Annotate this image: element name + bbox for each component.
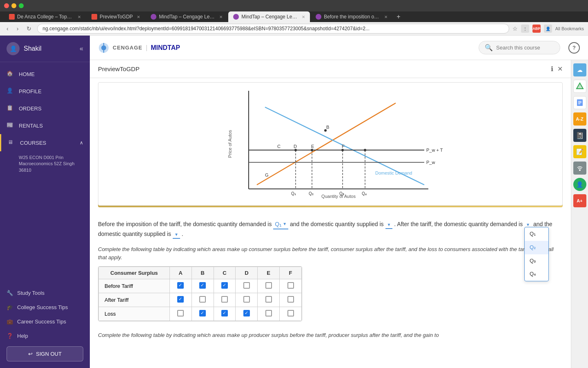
extensions-icon[interactable]: ⋮ [521, 25, 529, 33]
cell-after-d[interactable] [236, 293, 258, 307]
checkbox-loss-e[interactable] [265, 310, 272, 316]
cell-after-e[interactable] [258, 293, 280, 307]
dropdown-menu-open[interactable]: Q₁ Q₂ Q₃ Q₄ [524, 227, 549, 281]
sidebar-item-rentals[interactable]: 📰 RENTALS [0, 117, 90, 134]
forward-button[interactable]: › [14, 25, 21, 33]
google-docs-icon[interactable] [573, 96, 586, 109]
cell-loss-f[interactable] [280, 307, 302, 321]
new-tab-button[interactable]: + [393, 11, 403, 22]
checkbox-before-f[interactable] [287, 282, 294, 289]
cell-loss-c[interactable] [214, 307, 236, 321]
panel-info-button[interactable]: ℹ [551, 65, 553, 73]
checkbox-before-d[interactable] [243, 282, 250, 289]
cell-loss-d[interactable] [236, 307, 258, 321]
minimize-window-button[interactable] [11, 3, 16, 8]
az-dictionary-icon[interactable]: A-Z [573, 112, 586, 126]
sidebar-item-study-tools[interactable]: 🔧 Study Tools [7, 286, 83, 300]
cell-after-b[interactable] [192, 293, 214, 307]
user-profile-icon[interactable]: 👤 [573, 178, 586, 191]
career-tips-label: Career Success Tips [17, 319, 66, 325]
checkbox-loss-a[interactable] [177, 310, 184, 316]
checkbox-after-e[interactable] [265, 296, 272, 303]
content-panel: PreviewToGDP ℹ ✕ Price of A [90, 60, 588, 368]
sidebar-item-orders[interactable]: 📋 ORDERS [0, 100, 90, 117]
notes-icon[interactable]: 📝 [573, 145, 586, 158]
browser-tab-2[interactable]: PreviewToGDP ✕ [87, 11, 145, 22]
checkbox-after-c[interactable] [221, 296, 228, 303]
abp-icon[interactable]: ABP [532, 25, 541, 33]
wifi-signal-icon[interactable] [573, 162, 586, 175]
q1-dropdown-4[interactable]: ▼ [173, 231, 180, 239]
sidebar-item-courses[interactable]: 🖥 COURSES ∧ [0, 134, 90, 151]
cell-after-c[interactable] [214, 293, 236, 307]
bookmark-star-icon[interactable]: ☆ [512, 25, 518, 32]
sidebar-home-label: HOME [19, 71, 35, 77]
tab-close-1[interactable]: ✕ [78, 15, 81, 19]
cell-loss-e[interactable] [258, 307, 280, 321]
cell-before-a[interactable] [169, 279, 192, 293]
tab-close-4[interactable]: ✕ [302, 15, 305, 19]
table-body: Before Tariff [99, 279, 302, 321]
panel-close-button[interactable]: ✕ [557, 65, 563, 73]
sidebar-item-career-tips[interactable]: 💼 Career Success Tips [7, 314, 83, 329]
browser-tab-5[interactable]: Before the imposition of the t... ✕ [311, 11, 392, 22]
tab-title-1: De Anza College – Tops in Tra... [17, 14, 74, 20]
home-icon: 🏠 [7, 70, 14, 78]
help-button[interactable]: ? [568, 42, 580, 54]
search-input[interactable] [496, 45, 554, 51]
cell-before-d[interactable] [236, 279, 258, 293]
address-bar[interactable] [37, 24, 509, 34]
cell-loss-b[interactable] [192, 307, 214, 321]
q1-dropdown-2[interactable]: ▼ [385, 222, 393, 229]
checkbox-after-a[interactable] [177, 296, 184, 303]
sidebar-item-home[interactable]: 🏠 HOME [0, 65, 90, 83]
cloud-storage-icon[interactable]: ☁ [573, 63, 586, 76]
sidebar-collapse-button[interactable]: « [80, 45, 83, 52]
font-size-icon[interactable]: A+ [573, 194, 586, 207]
tab-close-2[interactable]: ✕ [137, 15, 140, 19]
dropdown-option-q3[interactable]: Q₃ [525, 254, 548, 268]
sidebar-item-profile[interactable]: 👤 PROFILE [0, 83, 90, 100]
dropdown-option-q4[interactable]: Q₄ [525, 267, 548, 281]
cell-before-b[interactable] [192, 279, 214, 293]
checkbox-before-b[interactable] [199, 282, 206, 289]
cell-after-a[interactable] [169, 293, 192, 307]
tab-close-3[interactable]: ✕ [219, 15, 223, 19]
back-button[interactable]: ‹ [4, 25, 11, 33]
checkbox-after-f[interactable] [287, 296, 294, 303]
question1-text: Before the imposition of the tariff, the… [98, 220, 563, 239]
checkbox-before-a[interactable] [177, 282, 184, 289]
checkbox-after-d[interactable] [243, 296, 250, 303]
browser-tab-1[interactable]: De Anza College – Tops in Tra... ✕ [4, 11, 86, 22]
close-window-button[interactable] [4, 3, 9, 8]
sidebar-item-college-tips[interactable]: 🎓 College Success Tips [7, 300, 83, 314]
checkbox-before-c[interactable] [221, 282, 228, 289]
notebook-icon[interactable]: 📓 [573, 129, 586, 142]
checkbox-loss-f[interactable] [287, 310, 294, 316]
q1-dropdown-1[interactable]: Q₁ ▼ [273, 220, 288, 229]
checkbox-loss-c[interactable] [221, 310, 228, 316]
checkbox-loss-d[interactable] [243, 310, 250, 316]
dropdown-option-q1[interactable]: Q₁ [525, 227, 548, 241]
cell-before-c[interactable] [214, 279, 236, 293]
browser-tab-4[interactable]: MindTap – Cengage Learning ✕ [228, 11, 310, 22]
dropdown-option-q2[interactable]: Q₂ [525, 241, 548, 254]
svg-text:Domestic Demand: Domestic Demand [375, 171, 412, 175]
cell-before-f[interactable] [280, 279, 302, 293]
browser-tab-3[interactable]: MindTap – Cengage Learning ✕ [146, 11, 227, 22]
cell-loss-a[interactable] [169, 307, 192, 321]
q1-text-before: Before the imposition of the tariff, the… [98, 221, 272, 227]
search-box[interactable]: 🔍 [479, 41, 560, 54]
checkbox-before-e[interactable] [265, 282, 272, 289]
sign-out-button[interactable]: ↩ SIGN OUT [7, 346, 83, 361]
cell-before-e[interactable] [258, 279, 280, 293]
checkbox-after-b[interactable] [199, 296, 206, 303]
fullscreen-window-button[interactable] [19, 3, 24, 8]
account-icon[interactable]: 👤 [544, 25, 552, 33]
tab-close-5[interactable]: ✕ [384, 15, 388, 19]
google-drive-icon[interactable] [573, 80, 586, 93]
checkbox-loss-b[interactable] [199, 310, 206, 316]
cell-after-f[interactable] [280, 293, 302, 307]
reload-button[interactable]: ↻ [24, 25, 34, 33]
sidebar-item-help[interactable]: ❓ Help [7, 329, 83, 343]
